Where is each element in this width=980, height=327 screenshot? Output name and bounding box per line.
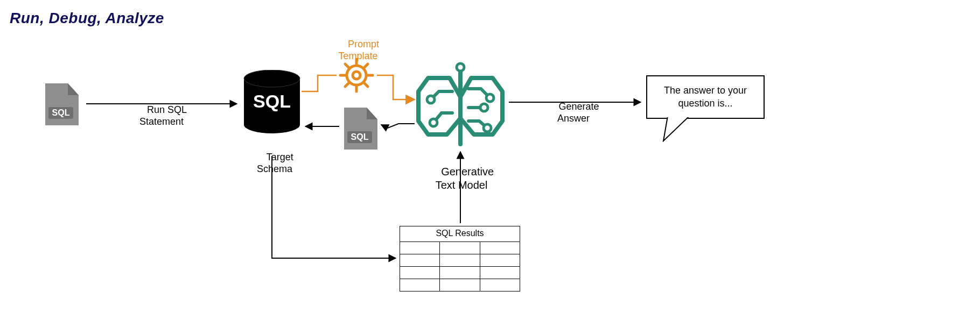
svg-text:SQL: SQL xyxy=(253,91,291,111)
brain-circuit-icon xyxy=(418,63,502,144)
table-cell xyxy=(440,279,480,291)
page-title: Run, Debug, Analyze xyxy=(10,10,164,27)
table-cell xyxy=(440,267,480,279)
arrow-db-to-gear xyxy=(302,75,337,91)
svg-text:SQL: SQL xyxy=(351,132,369,141)
svg-point-18 xyxy=(457,63,464,71)
diagram-stage: Run, Debug, Analyze SQL xyxy=(0,0,980,327)
svg-point-24 xyxy=(244,70,300,87)
table-cell xyxy=(440,254,480,266)
svg-rect-22 xyxy=(244,79,300,125)
svg-point-13 xyxy=(427,96,435,103)
svg-point-16 xyxy=(480,104,488,111)
label-prompt-template: PromptTemplate xyxy=(328,26,388,74)
database-icon: SQL xyxy=(242,70,302,133)
arrow-brain-to-sqlfile xyxy=(381,124,415,128)
svg-point-17 xyxy=(484,124,491,132)
table-cell xyxy=(400,254,440,266)
table-row xyxy=(400,242,520,254)
table-row xyxy=(400,279,520,291)
sql-results-header: SQL Results xyxy=(400,226,520,242)
label-target-schema: TargetSchema xyxy=(253,139,296,187)
svg-point-23 xyxy=(244,116,300,133)
svg-point-15 xyxy=(486,94,494,102)
table-cell xyxy=(480,242,520,254)
sql-results-table: SQL Results xyxy=(400,226,520,292)
svg-text:SQL: SQL xyxy=(52,108,70,117)
table-cell xyxy=(480,267,520,279)
table-cell xyxy=(440,242,480,254)
svg-rect-19 xyxy=(347,131,372,143)
svg-line-9 xyxy=(364,83,368,87)
table-row xyxy=(400,267,520,279)
table-row xyxy=(400,254,520,267)
table-cell xyxy=(480,279,520,291)
svg-line-10 xyxy=(345,83,349,87)
table-cell xyxy=(480,254,520,266)
svg-marker-26 xyxy=(663,116,689,141)
arrow-gear-to-brain xyxy=(377,75,415,99)
svg-rect-0 xyxy=(48,107,73,119)
table-cell xyxy=(400,242,440,254)
sql-file-icon: SQL xyxy=(45,83,79,125)
table-cell xyxy=(400,267,440,279)
sql-file-icon-feedback: SQL xyxy=(344,108,377,150)
label-generative-model: GenerativeText Model xyxy=(426,152,496,205)
answer-speech-bubble: The answer to your question is... xyxy=(646,75,765,119)
table-cell xyxy=(400,279,440,291)
speech-bubble-tail-icon xyxy=(662,115,695,142)
svg-point-21 xyxy=(244,70,300,87)
label-run-sql: Run SQLStatement xyxy=(129,91,194,140)
svg-point-14 xyxy=(430,119,437,126)
label-generate-answer: GenerateAnswer xyxy=(544,88,603,137)
